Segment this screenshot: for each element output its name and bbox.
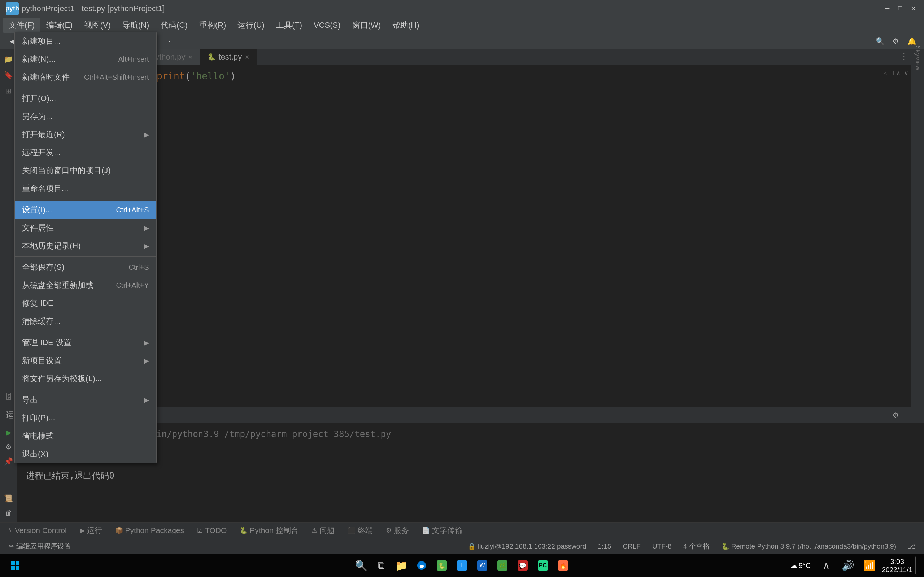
right-sidebar-skyview[interactable]: SkyView — [912, 52, 924, 63]
maximize-button[interactable]: □ — [895, 3, 905, 14]
taskbar-pycharm[interactable]: PC — [533, 556, 552, 575]
menu-item-view[interactable]: 视图(V) — [78, 18, 116, 33]
start-button[interactable] — [6, 556, 24, 575]
status-line-col[interactable]: 1:15 — [595, 541, 614, 552]
branch-icon: ⎇ — [908, 542, 915, 550]
interpreter-label: Remote Python 3.9.7 (/ho.../anaconda3/bi… — [731, 542, 896, 550]
editor-content[interactable]: 1 print('hello') ⚠ 1 ∧ ∨ — [133, 65, 911, 407]
menu-item-file[interactable]: 文件(F) — [3, 18, 40, 33]
run-panel-stop-btn[interactable]: ⚙ — [2, 440, 15, 453]
bottom-tab-services[interactable]: ⚙ 服务 — [380, 523, 415, 538]
menu-save-as-template[interactable]: 将文件另存为模板(L)... — [15, 370, 156, 388]
menu-local-history[interactable]: 本地历史记录(H) ▶ — [15, 237, 156, 255]
taskbar-app4[interactable]: 🌿 — [493, 556, 512, 575]
taskbar-app3[interactable]: W — [473, 556, 492, 575]
run-panel-minimize-btn[interactable]: ─ — [905, 409, 918, 422]
run-panel-clear-btn[interactable]: 🗑 — [2, 506, 15, 519]
status-branch[interactable]: ⎇ — [905, 541, 918, 552]
taskbar-app2[interactable]: L — [452, 556, 472, 575]
editor-options-btn[interactable]: ⋮ — [897, 49, 911, 64]
menu-close-project[interactable]: 关闭当前窗口中的项目(J) — [15, 161, 156, 180]
status-indent[interactable]: 4 个空格 — [680, 540, 712, 553]
bottom-tab-python-packages[interactable]: 📦 Python Packages — [109, 524, 190, 537]
sidebar-project-icon[interactable]: 📁 — [2, 52, 16, 66]
status-interpreter[interactable]: 🐍 Remote Python 3.9.7 (/ho.../anaconda3/… — [718, 541, 899, 552]
run-panel-pin-btn[interactable]: 📌 — [2, 455, 15, 468]
menu-clear-cache[interactable]: 清除缓存... — [15, 312, 156, 330]
tab-test-py-close[interactable]: ✕ — [245, 54, 249, 61]
tab-python-py-close[interactable]: ✕ — [188, 54, 193, 61]
settings-btn[interactable]: ⚙ — [889, 35, 902, 48]
menu-item-refactor[interactable]: 重构(R) — [194, 18, 232, 33]
sidebar-database-icon[interactable]: 🗄 — [2, 390, 16, 404]
taskbar-app6[interactable]: 🔥 — [554, 556, 572, 575]
menu-export[interactable]: 导出 ▶ — [15, 391, 156, 409]
menu-settings[interactable]: 设置(I)... Ctrl+Alt+S — [15, 201, 156, 219]
bottom-tab-vcs[interactable]: ⑂ Version Control — [3, 524, 73, 537]
taskbar-clock[interactable]: 3:03 2022/11/1 — [882, 558, 913, 574]
minimize-button[interactable]: ─ — [882, 3, 892, 14]
close-button[interactable]: ✕ — [908, 3, 918, 14]
menu-item-window[interactable]: 窗口(W) — [347, 18, 386, 33]
taskbar-network[interactable]: 📶 — [860, 556, 879, 575]
menu-new[interactable]: 新建(N)... Alt+Insert — [15, 50, 156, 68]
menu-save-as[interactable]: 另存为... — [15, 108, 156, 126]
menu-power-saving[interactable]: 省电模式 — [15, 427, 156, 445]
run-panel-scroll-btn[interactable]: 📜 — [2, 492, 15, 505]
bottom-tab-file-transfer[interactable]: 📄 文字传输 — [416, 523, 468, 538]
menu-item-edit[interactable]: 编辑(E) — [40, 18, 78, 33]
status-encoding[interactable]: UTF-8 — [649, 541, 675, 552]
menu-manage-ide-settings[interactable]: 管理 IDE 设置 ▶ — [15, 334, 156, 351]
taskbar-up-arrow[interactable]: ∧ — [817, 556, 835, 575]
menu-new-temp[interactable]: 新建临时文件 Ctrl+Alt+Shift+Insert — [15, 68, 156, 86]
windows-taskbar: 🔍 ⧉ 📁 🐍 L W 🌿 💬 PC 🔥 ☁ 9°C — [0, 554, 924, 577]
clock-time: 3:03 — [882, 558, 913, 566]
separator-5 — [15, 389, 156, 390]
bottom-tab-python-console[interactable]: 🐍 Python 控制台 — [234, 523, 304, 538]
rerun-btn[interactable]: ▶ — [2, 426, 15, 439]
menu-exit[interactable]: 退出(X) — [15, 445, 156, 463]
menu-item-help[interactable]: 帮助(H) — [386, 18, 425, 33]
menu-new-project-settings[interactable]: 新项目设置 ▶ — [15, 351, 156, 370]
taskbar-edge[interactable] — [412, 556, 431, 575]
taskbar-search[interactable]: 🔍 — [352, 556, 370, 575]
sidebar-bookmark-icon[interactable]: 🔖 — [2, 68, 16, 82]
taskbar-app1[interactable]: 🐍 — [432, 556, 451, 575]
menu-reload-all[interactable]: 从磁盘全部重新加载 Ctrl+Alt+Y — [15, 276, 156, 294]
menu-item-vcs[interactable]: VCS(S) — [308, 18, 347, 32]
show-desktop-btn[interactable] — [915, 556, 918, 575]
menu-remote-dev[interactable]: 远程开发... — [15, 143, 156, 161]
status-line-ending[interactable]: CRLF — [620, 541, 643, 552]
status-ssh[interactable]: 🔒 liuziyi@192.168.1.103:22 password — [465, 541, 589, 552]
taskbar-app5[interactable]: 💬 — [513, 556, 532, 575]
bottom-tab-problems[interactable]: ⚠ 问题 — [306, 523, 340, 538]
menu-new-project[interactable]: 新建项目... — [15, 32, 156, 50]
tab-test-py[interactable]: 🐍 test.py ✕ — [200, 49, 257, 64]
menu-print[interactable]: 打印(P)... — [15, 409, 156, 427]
sidebar-structure-icon[interactable]: ⊞ — [2, 84, 16, 98]
menu-item-tools[interactable]: 工具(T) — [270, 18, 308, 33]
bottom-tab-todo[interactable]: ☑ TODO — [191, 524, 233, 537]
menu-fix-ide[interactable]: 修复 IDE — [15, 294, 156, 312]
taskbar-volume[interactable]: 🔊 — [838, 556, 857, 575]
menu-item-navigate[interactable]: 导航(N) — [116, 18, 155, 33]
more-run-btn[interactable]: ⋮ — [163, 35, 176, 48]
code-string: 'hello' — [191, 71, 230, 82]
menu-rename-project[interactable]: 重命名项目... — [15, 180, 156, 198]
menu-item-run[interactable]: 运行(U) — [232, 18, 270, 33]
menu-open-recent[interactable]: 打开最近(R) ▶ — [15, 126, 156, 143]
menu-file-properties[interactable]: 文件属性 ▶ — [15, 219, 156, 237]
bottom-tab-terminal[interactable]: ⬛ 终端 — [342, 523, 379, 538]
code-content[interactable]: print('hello') — [157, 69, 905, 83]
taskbar-explorer[interactable]: 📁 — [392, 556, 411, 575]
titlebar: pyth pythonProject1 - test.py [pythonPro… — [0, 0, 924, 17]
nav-arrows[interactable]: ∧ ∨ — [896, 69, 908, 77]
menu-save-all[interactable]: 全部保存(S) Ctrl+S — [15, 258, 156, 276]
bottom-tab-run[interactable]: ▶ 运行 — [74, 523, 108, 538]
menu-item-code[interactable]: 代码(C) — [155, 18, 194, 33]
search-everywhere-btn[interactable]: 🔍 — [874, 35, 887, 48]
menu-open[interactable]: 打开(O)... — [15, 89, 156, 108]
run-panel-settings-btn[interactable]: ⚙ — [889, 409, 902, 422]
taskbar-taskview[interactable]: ⧉ — [372, 556, 391, 575]
status-edit-settings[interactable]: ✏ 编辑应用程序设置 — [6, 540, 74, 553]
